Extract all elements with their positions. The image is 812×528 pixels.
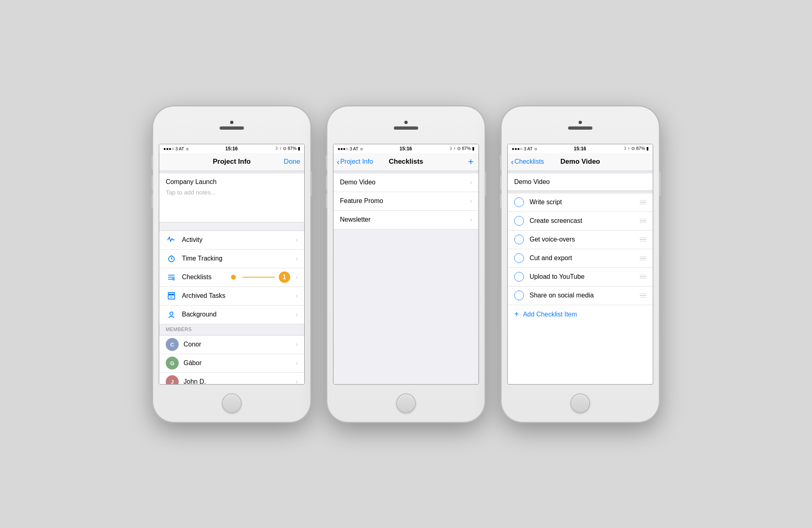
task-circle-voiceovers[interactable]: [514, 235, 524, 244]
navbar-phone3: ‹ Checklists Demo Video: [508, 153, 653, 171]
wifi-icon-2: ⌾: [360, 146, 363, 151]
add-checklist-item-label[interactable]: Add Checklist Item: [523, 311, 577, 318]
status-right-3: ☽ ↑ ⊙ 87% ▮: [622, 146, 649, 151]
svg-point-13: [170, 312, 173, 315]
status-time-2: 15:16: [400, 146, 412, 152]
member-name-johnd: John D.: [184, 378, 296, 385]
phone-1: ●●●○ 3 AT ⌾ 15:16 ☽ ↑ ⊙ 87% ▮ Project In…: [153, 106, 311, 422]
task-circle-upload-youtube[interactable]: [514, 272, 524, 282]
drag-handle-upload-youtube: [640, 275, 646, 279]
member-name-conor: Conor: [184, 341, 296, 348]
wifi-icon: ⌾: [186, 146, 189, 151]
background-icon: [166, 309, 177, 320]
time-tracking-chevron: ›: [296, 255, 298, 262]
demo-video-title: Demo Video: [508, 173, 653, 191]
task-circle-create-screencast[interactable]: [514, 216, 524, 226]
home-button-3[interactable]: [571, 393, 590, 413]
checklist-row-newsletter[interactable]: Newsletter ›: [333, 211, 479, 229]
list-row-activity[interactable]: Activity ›: [159, 231, 304, 250]
carrier-signal-3: ●●●○ 3 AT: [512, 146, 532, 151]
member-row-conor[interactable]: C Conor ›: [159, 336, 304, 354]
home-button-2[interactable]: [396, 393, 416, 413]
task-circle-social-media[interactable]: [514, 291, 524, 300]
member-chevron-gabor: ›: [296, 359, 298, 367]
checklist-label-feature-promo: Feature Promo: [340, 197, 470, 205]
status-icons-2: ☽ ↑ ⊙ 87%: [448, 146, 471, 151]
camera-2: [404, 121, 408, 124]
drag-handle-write-script: [640, 200, 646, 205]
task-row-upload-youtube[interactable]: Upload to YouTube: [508, 268, 653, 286]
member-row-johnd[interactable]: J John D. ›: [159, 373, 304, 385]
add-item-plus-icon: +: [514, 310, 519, 319]
camera-3: [579, 121, 582, 124]
drag-handle-social-media: [640, 293, 646, 298]
task-circle-write-script[interactable]: [514, 197, 524, 207]
newsletter-chevron: ›: [470, 216, 472, 223]
notes-field[interactable]: Tap to add notes...: [166, 189, 298, 196]
task-circle-cut-export[interactable]: [514, 253, 524, 263]
avatar-johnd: J: [166, 375, 179, 385]
status-icons: ☽ ↑ ⊙ 87%: [274, 146, 297, 151]
checklist-row-demo-video[interactable]: Demo Video ›: [333, 173, 479, 192]
task-label-write-script: Write script: [530, 199, 640, 206]
status-time: 15:16: [225, 146, 238, 152]
member-row-gabor[interactable]: G Gábor ›: [159, 354, 304, 373]
carrier-signal: ●●●○ 3 AT: [163, 146, 184, 151]
done-button[interactable]: Done: [284, 158, 300, 166]
speaker: [220, 126, 244, 130]
back-chevron-2: ‹: [337, 158, 340, 166]
status-right: ☽ ↑ ⊙ 87% ▮: [274, 146, 300, 151]
nav-title-phone2: Checklists: [389, 158, 423, 166]
checklist-label-newsletter: Newsletter: [340, 216, 470, 223]
wifi-icon-3: ⌾: [534, 146, 537, 151]
list-row-background[interactable]: Background ›: [159, 306, 304, 324]
phone-2: ●●●○ 3 AT ⌾ 15:16 ☽ ↑ ⊙ 87% ▮ ‹ Project …: [327, 106, 485, 422]
checklist-label-demo-video: Demo Video: [340, 179, 470, 186]
archived-chevron: ›: [296, 292, 298, 299]
home-button-1[interactable]: [222, 393, 241, 413]
archived-label: Archived Tasks: [182, 292, 296, 299]
background-label: Background: [182, 311, 296, 318]
member-chevron-conor: ›: [296, 341, 298, 348]
nav-title-phone3: Demo Video: [560, 158, 600, 166]
member-chevron-johnd: ›: [296, 378, 298, 385]
task-row-voiceovers[interactable]: Get voice-overs: [508, 231, 653, 249]
project-name[interactable]: Company Launch: [166, 178, 298, 186]
add-checklist-button[interactable]: +: [468, 157, 474, 167]
checklist-row-feature-promo[interactable]: Feature Promo ›: [333, 192, 479, 211]
drag-handle-cut-export: [640, 256, 646, 261]
add-checklist-item-row[interactable]: + Add Checklist Item: [508, 305, 653, 324]
task-row-create-screencast[interactable]: Create screencast: [508, 212, 653, 231]
status-time-3: 15:16: [574, 146, 586, 152]
task-row-social-media[interactable]: Share on social media: [508, 286, 653, 305]
list-row-archived[interactable]: Archived Tasks ›: [159, 287, 304, 306]
task-label-social-media: Share on social media: [530, 292, 640, 299]
camera: [230, 121, 233, 124]
battery-icon-2: ▮: [472, 146, 474, 151]
status-left-3: ●●●○ 3 AT ⌾: [512, 146, 537, 151]
navbar-phone1: Project Info Done: [159, 153, 304, 171]
task-label-create-screencast: Create screencast: [530, 217, 640, 224]
status-bar: ●●●○ 3 AT ⌾ 15:16 ☽ ↑ ⊙ 87% ▮: [159, 144, 304, 153]
back-chevron-3: ‹: [511, 158, 514, 166]
archived-icon: [166, 290, 177, 301]
list-row-checklists[interactable]: Checklists 1 ›: [159, 268, 304, 287]
avatar-gabor: G: [166, 357, 179, 370]
phone1-screen: ●●●○ 3 AT ⌾ 15:16 ☽ ↑ ⊙ 87% ▮ Project In…: [159, 144, 305, 385]
back-button-phone2[interactable]: ‹ Project Info: [337, 158, 373, 166]
members-section-label: MEMBERS: [159, 324, 304, 336]
task-row-write-script[interactable]: Write script: [508, 193, 653, 212]
task-row-cut-export[interactable]: Cut and export: [508, 249, 653, 268]
phone3-screen: ●●●○ 3 AT ⌾ 15:16 ☽ ↑ ⊙ 87% ▮ ‹ Checklis…: [507, 144, 653, 385]
project-info-area[interactable]: Company Launch Tap to add notes...: [159, 173, 304, 222]
status-bar-3: ●●●○ 3 AT ⌾ 15:16 ☽ ↑ ⊙ 87% ▮: [508, 144, 653, 153]
member-name-gabor: Gábor: [184, 359, 296, 367]
status-left: ●●●○ 3 AT ⌾: [163, 146, 189, 151]
list-row-time-tracking[interactable]: Time Tracking ›: [159, 250, 304, 268]
task-label-cut-export: Cut and export: [530, 254, 640, 262]
status-left-2: ●●●○ 3 AT ⌾: [338, 146, 363, 151]
back-button-phone3[interactable]: ‹ Checklists: [511, 158, 544, 166]
section-sep-1: [159, 222, 304, 231]
drag-handle-voiceovers: [640, 237, 646, 242]
phone-3: ●●●○ 3 AT ⌾ 15:16 ☽ ↑ ⊙ 87% ▮ ‹ Checklis…: [501, 106, 659, 422]
